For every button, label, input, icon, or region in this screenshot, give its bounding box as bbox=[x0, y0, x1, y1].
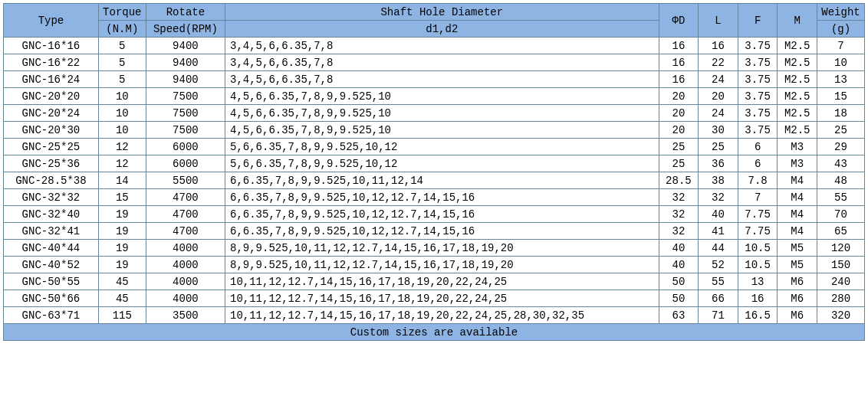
cell-wt: 65 bbox=[817, 223, 864, 240]
cell-f: 3.75 bbox=[738, 105, 778, 122]
cell-phid: 32 bbox=[659, 223, 699, 240]
cell-phid: 28.5 bbox=[659, 172, 699, 189]
cell-d1d2: 6,6.35,7,8,9,9.525,10,12,12.7,14,15,16 bbox=[225, 189, 659, 206]
cell-speed: 4700 bbox=[146, 223, 225, 240]
cell-f: 10.5 bbox=[738, 257, 778, 273]
cell-speed: 4000 bbox=[146, 273, 225, 290]
table-row: GNC-50*6645400010,11,12,12.7,14,15,16,17… bbox=[4, 290, 865, 307]
cell-f: 16 bbox=[738, 290, 778, 307]
cell-speed: 6000 bbox=[146, 139, 225, 155]
cell-l: 30 bbox=[699, 122, 738, 139]
header-phid: ΦD bbox=[659, 4, 699, 38]
cell-type: GNC-32*40 bbox=[4, 206, 99, 223]
cell-torque: 19 bbox=[98, 240, 146, 257]
cell-l: 25 bbox=[699, 139, 738, 155]
cell-l: 71 bbox=[699, 307, 738, 324]
table-row: GNC-40*521940008,9,9.525,10,11,12,12.7,1… bbox=[4, 257, 865, 273]
cell-l: 41 bbox=[699, 223, 738, 240]
cell-phid: 25 bbox=[659, 155, 699, 172]
table-row: GNC-25*251260005,6,6.35,7,8,9,9.525,10,1… bbox=[4, 139, 865, 155]
cell-wt: 70 bbox=[817, 206, 864, 223]
header-weight-unit: (g) bbox=[817, 21, 864, 38]
cell-f: 3.75 bbox=[738, 88, 778, 105]
header-type: Type bbox=[4, 4, 99, 38]
cell-type: GNC-20*30 bbox=[4, 122, 99, 139]
table-row: GNC-20*301075004,5,6,6.35,7,8,9,9.525,10… bbox=[4, 122, 865, 139]
cell-torque: 10 bbox=[98, 105, 146, 122]
header-speed-unit: Speed(RPM) bbox=[146, 21, 225, 38]
cell-d1d2: 6,6.35,7,8,9,9.525,10,11,12,14 bbox=[225, 172, 659, 189]
cell-type: GNC-25*25 bbox=[4, 139, 99, 155]
cell-f: 3.75 bbox=[738, 71, 778, 88]
table-header: Type Torque Rotate Shaft Hole Diameter Φ… bbox=[4, 4, 865, 38]
cell-m: M4 bbox=[778, 189, 817, 206]
cell-type: GNC-28.5*38 bbox=[4, 172, 99, 189]
cell-speed: 5500 bbox=[146, 172, 225, 189]
cell-type: GNC-40*44 bbox=[4, 240, 99, 257]
cell-f: 7.8 bbox=[738, 172, 778, 189]
cell-f: 7.75 bbox=[738, 206, 778, 223]
cell-f: 16.5 bbox=[738, 307, 778, 324]
cell-l: 20 bbox=[699, 88, 738, 105]
cell-f: 6 bbox=[738, 155, 778, 172]
cell-m: M6 bbox=[778, 307, 817, 324]
cell-phid: 16 bbox=[659, 54, 699, 71]
footer-text: Custom sizes are available bbox=[4, 324, 865, 341]
cell-l: 55 bbox=[699, 273, 738, 290]
cell-d1d2: 10,11,12,12.7,14,15,16,17,18,19,20,22,24… bbox=[225, 273, 659, 290]
cell-m: M4 bbox=[778, 206, 817, 223]
cell-d1d2: 8,9,9.525,10,11,12,12.7,14,15,16,17,18,1… bbox=[225, 240, 659, 257]
table-row: GNC-32*411947006,6.35,7,8,9,9.525,10,12,… bbox=[4, 223, 865, 240]
table-row: GNC-50*5545400010,11,12,12.7,14,15,16,17… bbox=[4, 273, 865, 290]
cell-f: 3.75 bbox=[738, 38, 778, 54]
header-m: M bbox=[778, 4, 817, 38]
cell-phid: 50 bbox=[659, 290, 699, 307]
cell-d1d2: 10,11,12,12.7,14,15,16,17,18,19,20,22,24… bbox=[225, 290, 659, 307]
table-row: GNC-16*24594003,4,5,6,6.35,7,816243.75M2… bbox=[4, 71, 865, 88]
cell-f: 6 bbox=[738, 139, 778, 155]
cell-torque: 19 bbox=[98, 206, 146, 223]
header-f: F bbox=[738, 4, 778, 38]
cell-d1d2: 4,5,6,6.35,7,8,9,9.525,10 bbox=[225, 105, 659, 122]
cell-speed: 6000 bbox=[146, 155, 225, 172]
cell-torque: 19 bbox=[98, 223, 146, 240]
cell-phid: 32 bbox=[659, 189, 699, 206]
cell-l: 24 bbox=[699, 105, 738, 122]
cell-torque: 10 bbox=[98, 122, 146, 139]
cell-phid: 20 bbox=[659, 122, 699, 139]
cell-wt: 48 bbox=[817, 172, 864, 189]
cell-m: M6 bbox=[778, 273, 817, 290]
cell-phid: 63 bbox=[659, 307, 699, 324]
cell-wt: 280 bbox=[817, 290, 864, 307]
cell-type: GNC-63*71 bbox=[4, 307, 99, 324]
cell-m: M2.5 bbox=[778, 54, 817, 71]
cell-torque: 5 bbox=[98, 71, 146, 88]
cell-phid: 32 bbox=[659, 206, 699, 223]
cell-speed: 9400 bbox=[146, 38, 225, 54]
table-row: GNC-20*201075004,5,6,6.35,7,8,9,9.525,10… bbox=[4, 88, 865, 105]
cell-phid: 20 bbox=[659, 88, 699, 105]
cell-speed: 4700 bbox=[146, 189, 225, 206]
cell-d1d2: 5,6,6.35,7,8,9,9.525,10,12 bbox=[225, 155, 659, 172]
cell-type: GNC-25*36 bbox=[4, 155, 99, 172]
cell-wt: 43 bbox=[817, 155, 864, 172]
cell-wt: 7 bbox=[817, 38, 864, 54]
table-row: GNC-28.5*381455006,6.35,7,8,9,9.525,10,1… bbox=[4, 172, 865, 189]
cell-speed: 9400 bbox=[146, 54, 225, 71]
cell-d1d2: 3,4,5,6,6.35,7,8 bbox=[225, 71, 659, 88]
table-row: GNC-32*401947006,6.35,7,8,9,9.525,10,12,… bbox=[4, 206, 865, 223]
cell-type: GNC-40*52 bbox=[4, 257, 99, 273]
cell-m: M2.5 bbox=[778, 122, 817, 139]
cell-d1d2: 8,9,9.525,10,11,12,12.7,14,15,16,17,18,1… bbox=[225, 257, 659, 273]
cell-type: GNC-16*22 bbox=[4, 54, 99, 71]
cell-wt: 10 bbox=[817, 54, 864, 71]
cell-d1d2: 6,6.35,7,8,9,9.525,10,12,12.7,14,15,16 bbox=[225, 206, 659, 223]
cell-l: 24 bbox=[699, 71, 738, 88]
table-row: GNC-20*241075004,5,6,6.35,7,8,9,9.525,10… bbox=[4, 105, 865, 122]
cell-l: 38 bbox=[699, 172, 738, 189]
cell-wt: 13 bbox=[817, 71, 864, 88]
cell-m: M5 bbox=[778, 240, 817, 257]
cell-type: GNC-16*16 bbox=[4, 38, 99, 54]
cell-phid: 16 bbox=[659, 71, 699, 88]
cell-f: 3.75 bbox=[738, 54, 778, 71]
